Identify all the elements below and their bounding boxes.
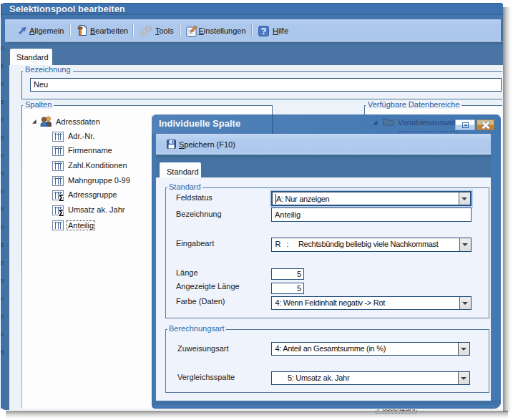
svg-text:?: ?	[261, 26, 267, 36]
